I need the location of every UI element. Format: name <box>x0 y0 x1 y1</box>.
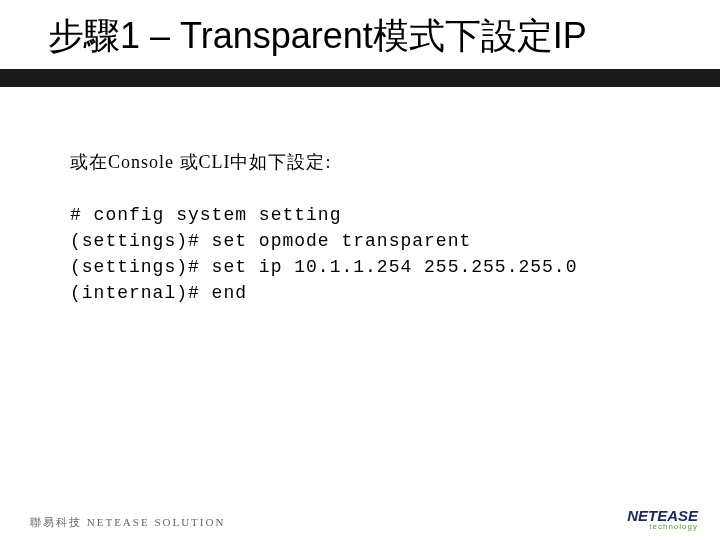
brand-logo: NETEASE technology <box>627 509 698 530</box>
slide: 步驟1 – Transparent模式下設定IP 或在Console 或CLI中… <box>0 0 720 540</box>
code-line: (settings)# set ip 10.1.1.254 255.255.25… <box>70 257 577 277</box>
slide-title: 步驟1 – Transparent模式下設定IP <box>0 0 720 69</box>
code-line: (settings)# set opmode transparent <box>70 231 471 251</box>
intro-text: 或在Console 或CLI中如下設定: <box>70 150 670 174</box>
logo-top-text: NETEASE <box>627 509 698 523</box>
code-line: (internal)# end <box>70 283 247 303</box>
title-underline-bar <box>0 69 720 87</box>
code-block: # config system setting (settings)# set … <box>70 202 670 306</box>
body: 或在Console 或CLI中如下設定: # config system set… <box>70 150 670 306</box>
title-area: 步驟1 – Transparent模式下設定IP <box>0 0 720 87</box>
code-line: # config system setting <box>70 205 341 225</box>
footer-text: 聯易科技 NETEASE SOLUTION <box>30 515 225 530</box>
